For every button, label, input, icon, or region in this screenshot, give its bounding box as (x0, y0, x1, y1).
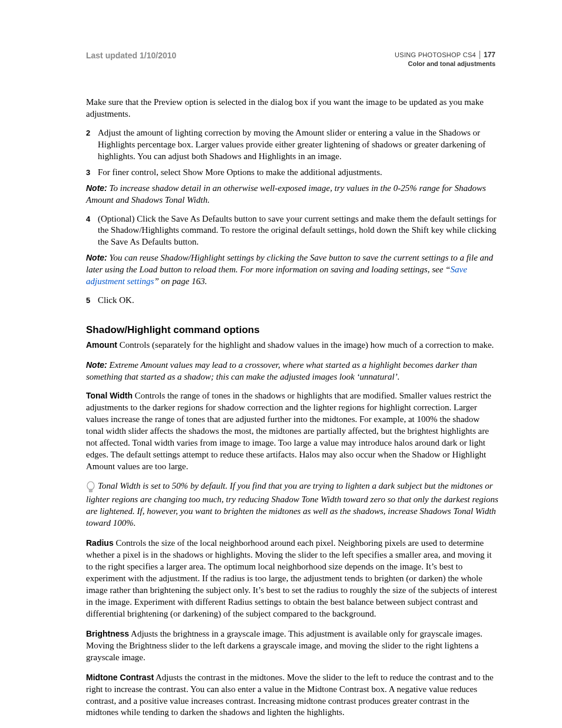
step-text: (Optional) Click the Save As Defaults bu… (98, 213, 499, 249)
step-text: Click OK. (98, 295, 499, 307)
tip-text: Tonal Width is set to 50% by default. If… (86, 481, 498, 528)
step-number: 2 (86, 127, 92, 163)
product-name: USING PHOTOSHOP CS4 (395, 51, 476, 58)
header-right: USING PHOTOSHOP CS4 177 Color and tonal … (395, 51, 499, 67)
note-text-b: ” on page 163. (154, 276, 207, 286)
step-text: Adjust the amount of lighting correction… (98, 127, 499, 163)
term-tonal-width: Tonal Width (86, 391, 133, 400)
note-text: To increase shadow detail in an otherwis… (86, 183, 486, 205)
step-number: 5 (86, 295, 92, 307)
last-updated: Last updated 1/10/2010 (86, 51, 176, 60)
note-label: Note: (86, 183, 107, 193)
def-text: Controls (separately for the highlight a… (117, 340, 494, 350)
step-4: 4 (Optional) Click the Save As Defaults … (86, 213, 499, 249)
def-text: Controls the size of the local neighborh… (86, 538, 497, 618)
def-amount: Amount Controls (separately for the high… (86, 340, 499, 351)
lightbulb-icon (86, 480, 95, 494)
def-radius: Radius Controls the size of the local ne… (86, 538, 499, 620)
step-number: 3 (86, 167, 92, 179)
def-tonal-width: Tonal Width Controls the range of tones … (86, 390, 499, 473)
term-amount: Amount (86, 340, 117, 350)
def-brightness: Brightness Adjusts the brightness in a g… (86, 628, 499, 664)
note-1: Note: To increase shadow detail in an ot… (86, 183, 499, 206)
note-label: Note: (86, 253, 107, 262)
intro-paragraph: Make sure that the Preview option is sel… (86, 97, 499, 120)
tip-tonal-width: Tonal Width is set to 50% by default. If… (86, 480, 499, 529)
page-header: Last updated 1/10/2010 USING PHOTOSHOP C… (86, 51, 499, 67)
term-radius: Radius (86, 538, 114, 548)
term-brightness: Brightness (86, 629, 129, 638)
chapter-title: Color and tonal adjustments (395, 60, 495, 67)
note-2: Note: You can reuse Shadow/Highlight set… (86, 252, 499, 288)
term-midtone-contrast: Midtone Contrast (86, 673, 154, 682)
note-text: You can reuse Shadow/Highlight settings … (86, 253, 493, 286)
section-heading: Shadow/Highlight command options (86, 324, 499, 336)
step-number: 4 (86, 213, 92, 249)
step-text: For finer control, select Show More Opti… (98, 167, 499, 179)
note-text-a: You can reuse Shadow/Highlight settings … (86, 253, 493, 274)
note-label: Note: (86, 360, 107, 370)
note-text: Extreme Amount values may lead to a cros… (86, 360, 477, 381)
step-5: 5 Click OK. (86, 295, 499, 307)
step-2: 2 Adjust the amount of lighting correcti… (86, 127, 499, 163)
step-3: 3 For finer control, select Show More Op… (86, 167, 499, 179)
note-3: Note: Extreme Amount values may lead to … (86, 360, 499, 383)
svg-point-0 (87, 482, 94, 490)
def-text: Adjusts the brightness in a grayscale im… (86, 629, 482, 662)
page-number: 177 (480, 51, 495, 59)
def-midtone-contrast: Midtone Contrast Adjusts the contrast in… (86, 672, 499, 719)
def-text: Controls the range of tones in the shado… (86, 391, 491, 471)
